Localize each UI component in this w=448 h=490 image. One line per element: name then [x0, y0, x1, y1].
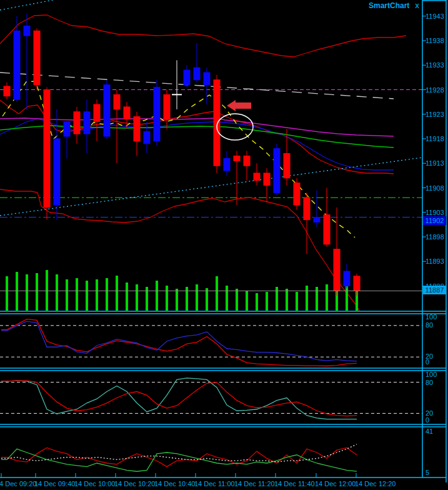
volume-bar — [266, 292, 268, 311]
candle-body — [214, 80, 220, 166]
trendline-cyan-rising — [0, 158, 422, 216]
candle-body — [164, 94, 170, 119]
candle-body — [264, 173, 270, 186]
volume-bar — [56, 274, 58, 311]
volume-bar — [346, 286, 348, 311]
volume-bar — [86, 281, 88, 311]
indicator-scale-label: 80 — [426, 379, 433, 386]
volume-bar — [226, 286, 228, 311]
price-axis-label: 11903 — [426, 209, 444, 216]
price-axis-label: 11938 — [426, 37, 444, 44]
candle-body — [354, 276, 360, 291]
volume-bar — [66, 279, 68, 311]
volume-bar — [146, 287, 148, 311]
candle-body — [274, 149, 280, 193]
candle-body — [144, 131, 150, 144]
candle-body — [154, 88, 160, 141]
chart-title: SmartChartx — [369, 1, 419, 10]
candle-body — [34, 31, 40, 84]
time-axis-label: 14 Dec 10:40 — [154, 480, 195, 488]
indicator-scale-label: 100 — [426, 313, 437, 321]
candle-body — [24, 26, 30, 36]
volume-bar — [176, 289, 178, 311]
candle-body — [124, 107, 130, 119]
volume-bar — [196, 284, 198, 311]
candle-body — [54, 139, 60, 205]
candle-body — [204, 72, 210, 85]
candle-body — [74, 112, 80, 134]
candle-body — [324, 215, 330, 244]
volume-bar — [326, 284, 328, 311]
candle-body — [44, 90, 50, 208]
volume-bar — [136, 284, 138, 311]
candle-body — [14, 31, 20, 99]
price-axis-label: 11898 — [426, 233, 444, 241]
indicator-scale-label: 0 — [426, 416, 429, 424]
volume-bar — [206, 288, 208, 311]
volume-bar — [126, 282, 128, 311]
volume-bar — [16, 272, 18, 311]
volume-bar — [166, 286, 168, 311]
price-level-badge: 11902 — [423, 216, 446, 225]
price-axis-label: 11928 — [426, 86, 444, 94]
volume-bar — [316, 287, 318, 311]
volume-bar — [276, 287, 278, 311]
price-axis-label: 11913 — [426, 159, 444, 167]
volume-bar — [46, 270, 48, 311]
time-axis-label: 14 Dec 09:40 — [34, 480, 75, 488]
volume-bar — [306, 286, 308, 311]
volume-bar — [96, 279, 98, 311]
trendline-cyan-steep — [0, 0, 53, 10]
volume-bar — [296, 292, 298, 311]
volume-bar — [116, 276, 118, 311]
candle-body — [184, 70, 190, 85]
current-price-badge: 11887 — [423, 286, 446, 294]
candle-body — [234, 156, 240, 161]
time-axis-label: 14 Dec 11:40 — [274, 480, 315, 488]
chart-canvas — [0, 0, 448, 490]
time-axis-label: 14 Dec 10:20 — [114, 480, 155, 488]
smartchart-window: SmartChartx 1194311938119331192811923119… — [0, 0, 448, 490]
bollinger-upper — [0, 15, 406, 57]
volume-bar — [186, 287, 188, 311]
oscillator-1-line-blue — [1, 321, 357, 361]
volume-bar — [76, 278, 78, 311]
chart-title-label: SmartChart — [369, 1, 409, 10]
candle-body — [84, 112, 90, 134]
volume-bar — [246, 291, 248, 311]
time-axis-label: 14 Dec 12:00 — [315, 480, 356, 488]
candle-body — [244, 156, 250, 166]
volume-bar — [216, 276, 218, 311]
time-axis-label: 14 Dec 11:00 — [194, 480, 235, 488]
volume-bar — [106, 278, 108, 311]
oscillator-2-line-red — [1, 381, 357, 416]
volume-bar — [26, 274, 28, 311]
candle-body — [194, 68, 200, 80]
oscillator-2-line-teal — [1, 378, 357, 419]
candle-body — [314, 218, 320, 222]
ma-magenta — [0, 118, 394, 136]
indicator-scale-label: 0 — [426, 358, 429, 366]
candle-body — [284, 154, 290, 178]
time-axis-label: 14 Dec 11:20 — [234, 480, 275, 488]
volume-bar — [6, 276, 8, 311]
price-axis-label: 11923 — [426, 111, 444, 118]
candle-body — [304, 198, 310, 219]
indicator-scale-label: 5 — [426, 469, 429, 476]
candle-body — [334, 249, 340, 291]
volume-bar — [256, 293, 258, 311]
candle-body — [94, 104, 100, 121]
price-axis-label: 11943 — [426, 12, 444, 20]
price-axis-label: 11933 — [426, 61, 444, 69]
oscillator-3-line-red — [1, 448, 357, 466]
price-axis-label: 11908 — [426, 184, 444, 192]
indicator-scale-label: 80 — [426, 321, 433, 329]
price-axis-label: 11918 — [426, 135, 444, 142]
volume-bar — [156, 281, 158, 311]
candle-body — [104, 85, 110, 136]
time-axis-label: 14 Dec 12:20 — [355, 480, 396, 488]
close-icon[interactable]: x — [415, 1, 419, 10]
volume-bar — [36, 273, 38, 311]
indicator-scale-label: 100 — [426, 371, 437, 378]
candle-body — [134, 117, 140, 141]
